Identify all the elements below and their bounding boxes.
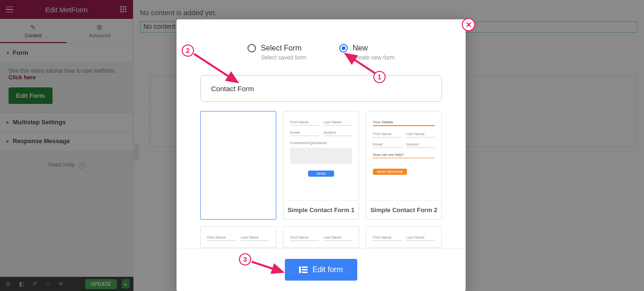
preview-textarea (290, 148, 352, 164)
svg-line-13 (194, 54, 238, 82)
template-card[interactable]: First NameLast Name (200, 226, 276, 248)
template-grid-row2: First NameLast Name First NameLast Name … (176, 226, 466, 248)
svg-rect-10 (302, 266, 308, 268)
preview-send-button: SEND (308, 171, 334, 177)
annotation-arrow-3 (250, 260, 288, 279)
template-preview: Your Details First NameLast Name EmailSu… (366, 111, 441, 200)
elementor-icon (299, 266, 308, 273)
template-preview (201, 111, 276, 219)
svg-line-14 (345, 54, 376, 74)
annotation-marker-1: 1 (373, 71, 386, 83)
edit-form-button[interactable]: Edit form (285, 259, 357, 281)
close-icon: ✕ (466, 20, 472, 29)
template-card[interactable]: First NameLast Name (283, 226, 359, 248)
svg-rect-11 (302, 269, 308, 271)
svg-rect-12 (302, 272, 308, 273)
modal-footer: Edit form (176, 248, 466, 291)
template-title: Simple Contact Form 1 (283, 200, 359, 219)
svg-line-15 (252, 262, 283, 272)
preview-send-message-button: SEND MESSAGE (373, 169, 407, 175)
template-blank[interactable] (200, 111, 276, 220)
template-simple-2[interactable]: Your Details First NameLast Name EmailSu… (366, 111, 442, 220)
radio-off-icon (247, 44, 256, 52)
template-card[interactable]: First NameLast Name (366, 226, 442, 248)
template-title: Simple Contact Form 2 (366, 200, 441, 219)
close-modal-button[interactable]: ✕ (462, 18, 475, 31)
annotation-marker-3: 3 (239, 253, 251, 265)
annotation-marker-2: 2 (182, 44, 194, 57)
template-grid: First NameLast Name EmailSubject Comment… (176, 102, 466, 220)
svg-rect-9 (299, 266, 301, 273)
template-preview: First NameLast Name EmailSubject Comment… (283, 111, 359, 200)
annotation-arrow-2 (192, 51, 244, 89)
radio-select-form[interactable]: Select Form Select saved form (247, 44, 306, 61)
template-simple-1[interactable]: First NameLast Name EmailSubject Comment… (283, 111, 359, 220)
